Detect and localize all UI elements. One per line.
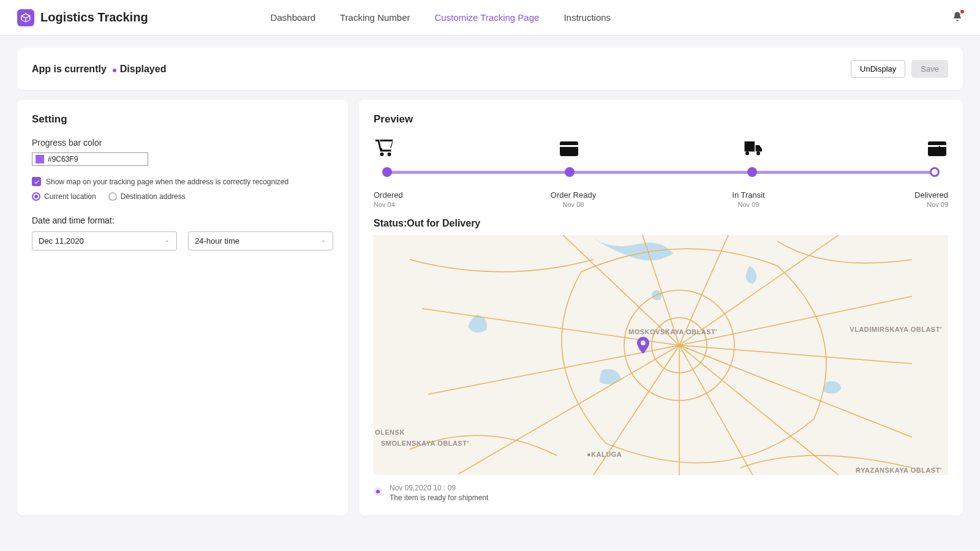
- location-radio-group: Current location Destination address: [32, 192, 333, 201]
- time-format-value: 24-hour time: [195, 236, 239, 246]
- chevron-down-icon: [320, 238, 326, 244]
- date-format-label: Date and time format:: [32, 216, 333, 225]
- map-label: ●KALUGA: [587, 451, 622, 458]
- logo: Logistics Tracking: [17, 9, 148, 26]
- radio-current-label: Current location: [44, 192, 96, 201]
- status-dot-icon: [113, 69, 116, 72]
- notifications-button[interactable]: [952, 11, 963, 24]
- preview-card: Preview Ordered Nov 04 Order Rea: [359, 100, 963, 515]
- radio-destination-label: Destination address: [121, 192, 186, 201]
- nav-instructions[interactable]: Instructions: [564, 12, 611, 23]
- logo-icon: [17, 9, 34, 26]
- save-button[interactable]: Save: [911, 60, 948, 78]
- map-label: MOSKOVSKAYA OBLAST': [628, 328, 717, 335]
- timeline-entry: Nov 09,2020 10 : 09 The item is ready fo…: [374, 484, 948, 502]
- status-prefix: App is currently: [32, 64, 107, 75]
- main-nav: Dashboard Tracking Number Customize Trac…: [271, 12, 611, 23]
- chevron-down-icon: [164, 238, 170, 244]
- app-header: Logistics Tracking Dashboard Tracking Nu…: [0, 0, 980, 36]
- map-label: SMOLENSKAYA OBLAST': [381, 440, 469, 447]
- show-map-checkbox[interactable]: [32, 177, 41, 186]
- undisplay-button[interactable]: UnDisplay: [851, 60, 905, 78]
- progress-node: [747, 167, 757, 177]
- step-date: Nov 09: [724, 201, 773, 208]
- preview-map[interactable]: MOSKOVSKAYA OBLAST' VLADIMIRSKAYA OBLAST…: [374, 235, 948, 475]
- map-label: RYAZANSKAYA OBLAST': [856, 467, 942, 474]
- progress-node: [382, 167, 392, 177]
- step-name: Order Ready: [549, 190, 598, 200]
- progress-color-value: #9C63F9: [48, 155, 78, 163]
- notification-dot-icon: [960, 10, 964, 13]
- date-format-value: Dec 11,2020: [39, 236, 84, 246]
- progress-node: [565, 167, 575, 177]
- timeline-message: The item is ready for shipment: [390, 493, 488, 502]
- show-map-checkbox-row: Show map on your tracking page when the …: [32, 177, 333, 186]
- step-name: Ordered: [374, 190, 423, 200]
- step-date: Nov 04: [374, 201, 423, 208]
- date-format-select[interactable]: Dec 11,2020: [32, 231, 177, 250]
- time-format-select[interactable]: 24-hour time: [188, 231, 333, 250]
- settings-card: Setting Progress bar color #9C63F9 Show …: [17, 100, 348, 515]
- step-name: In Transit: [724, 190, 773, 200]
- progress-bar: [374, 138, 948, 187]
- status-value: Displayed: [120, 64, 167, 74]
- status-actions: UnDisplay Save: [851, 60, 948, 78]
- timeline-time: Nov 09,2020 10 : 09: [390, 484, 488, 492]
- step-name: Delivered: [899, 190, 948, 200]
- color-swatch-icon: [36, 155, 44, 163]
- step-date: Nov 09: [899, 201, 948, 208]
- radio-destination[interactable]: Destination address: [108, 192, 186, 201]
- progress-color-picker[interactable]: #9C63F9: [32, 152, 148, 166]
- radio-current-location[interactable]: Current location: [32, 192, 96, 201]
- map-pin-icon: [636, 337, 650, 356]
- map-label: OLENSK: [375, 429, 405, 436]
- nav-dashboard[interactable]: Dashboard: [271, 12, 315, 23]
- preview-title: Preview: [374, 113, 948, 126]
- timeline-dot-icon: [374, 487, 382, 496]
- show-map-label: Show map on your tracking page when the …: [46, 178, 288, 186]
- app-title: Logistics Tracking: [40, 10, 148, 24]
- box-icon: [558, 138, 580, 162]
- status-bar: App is currently Displayed UnDisplay Sav…: [17, 48, 963, 90]
- nav-customize[interactable]: Customize Tracking Page: [434, 12, 539, 23]
- nav-tracking-number[interactable]: Tracking Number: [340, 12, 410, 23]
- delivered-icon: [926, 138, 948, 162]
- status-heading: Status:Out for Delivery: [374, 218, 948, 229]
- cart-icon: [374, 138, 396, 162]
- progress-node: [930, 167, 940, 177]
- settings-title: Setting: [32, 113, 333, 126]
- map-label: VLADIMIRSKAYA OBLAST': [850, 326, 942, 333]
- truck-icon: [742, 138, 764, 162]
- step-date: Nov 08: [549, 201, 598, 208]
- check-icon: [34, 179, 40, 185]
- status-text: App is currently Displayed: [32, 64, 166, 75]
- progress-color-label: Progress bar color: [32, 138, 333, 148]
